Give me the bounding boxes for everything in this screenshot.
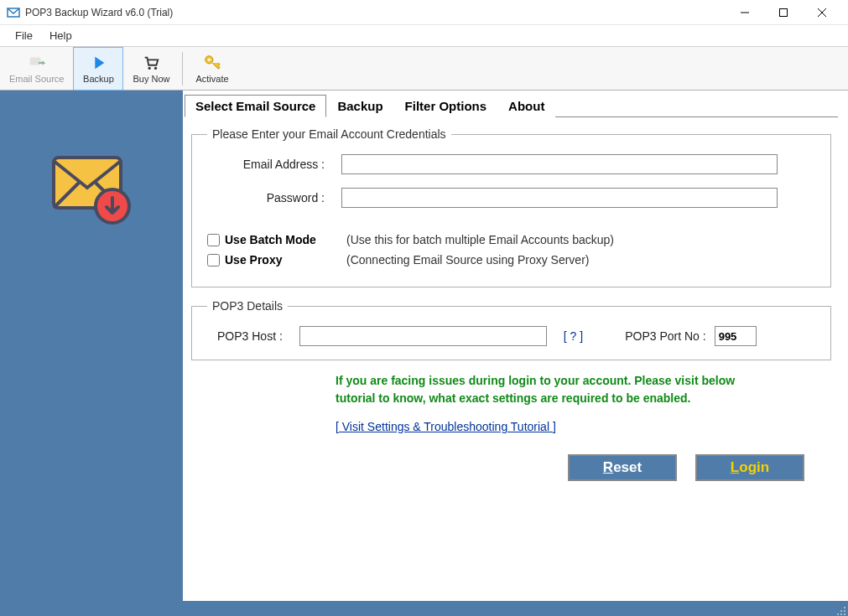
minimize-button[interactable] [726, 0, 764, 25]
svg-point-15 [837, 613, 839, 615]
tool-activate-label: Activate [195, 74, 228, 84]
tool-backup[interactable]: Backup [73, 47, 123, 91]
svg-point-17 [844, 613, 845, 615]
pop3-help-link[interactable]: [ ? ] [564, 329, 583, 343]
tool-activate[interactable]: Activate [186, 47, 237, 91]
pop3-legend: POP3 Details [207, 299, 288, 313]
svg-rect-2 [780, 8, 788, 16]
tab-about[interactable]: About [497, 95, 555, 117]
title-bar: POP3 Backup Wizard v6.0 (Trial) [0, 0, 848, 25]
svg-point-13 [840, 610, 842, 612]
toolbar: Email Source Backup Buy Now Activate [0, 47, 848, 91]
pop3-host-label: POP3 Host : [217, 329, 283, 343]
email-field[interactable] [341, 154, 778, 174]
svg-point-12 [844, 607, 845, 608]
pop3-port-field[interactable] [715, 326, 757, 346]
batch-mode-hint: (Use this for batch multiple Email Accou… [346, 233, 614, 246]
tool-buy-now-label: Buy Now [133, 74, 169, 84]
svg-rect-5 [29, 57, 40, 65]
svg-point-16 [840, 613, 842, 615]
login-tip-text: If you are facing issues during login to… [336, 372, 738, 407]
envelope-download-icon [45, 141, 138, 236]
maximize-button[interactable] [764, 0, 803, 25]
reset-button[interactable]: Reset [568, 454, 677, 481]
tabs: Select Email Source Backup Filter Option… [185, 94, 838, 117]
pop3-port-label: POP3 Port No : [625, 329, 705, 343]
tool-email-source: Email Source [0, 47, 73, 91]
password-label: Password : [207, 191, 341, 204]
credentials-legend: Please Enter your Email Account Credenti… [207, 127, 451, 141]
status-bar [0, 601, 848, 616]
menu-help[interactable]: Help [41, 26, 81, 45]
resize-grip-icon[interactable] [836, 604, 846, 614]
login-button[interactable]: Login [695, 454, 804, 481]
key-icon [203, 54, 221, 72]
main-panel: Select Email Source Backup Filter Option… [183, 91, 848, 601]
pop3-host-field[interactable] [299, 326, 547, 346]
window-title: POP3 Backup Wizard v6.0 (Trial) [25, 7, 726, 18]
tool-backup-label: Backup [83, 74, 114, 84]
tab-select-email-source[interactable]: Select Email Source [185, 95, 326, 117]
action-buttons: Reset Login [185, 454, 804, 481]
svg-point-7 [154, 66, 157, 69]
tool-buy-now[interactable]: Buy Now [123, 47, 179, 91]
tab-filter-options[interactable]: Filter Options [394, 95, 498, 117]
batch-mode-label: Use Batch Mode [225, 233, 346, 246]
backup-icon [89, 54, 107, 72]
tool-email-source-label: Email Source [9, 74, 64, 84]
proxy-hint: (Connecting Email Source using Proxy Ser… [346, 253, 589, 267]
credentials-fieldset: Please Enter your Email Account Credenti… [191, 127, 831, 287]
toolbar-separator [182, 52, 183, 85]
close-button[interactable] [803, 0, 841, 25]
svg-point-6 [148, 66, 151, 69]
menu-file[interactable]: File [7, 26, 41, 45]
window-controls [726, 0, 841, 25]
svg-point-14 [844, 610, 845, 612]
svg-point-9 [208, 58, 211, 60]
menu-bar: File Help [0, 25, 848, 47]
email-label: Email Address : [207, 158, 341, 171]
proxy-label: Use Proxy [225, 253, 346, 267]
pop3-fieldset: POP3 Details POP3 Host : [ ? ] POP3 Port… [191, 299, 831, 360]
app-icon [7, 6, 20, 19]
email-source-icon [28, 54, 46, 72]
batch-mode-checkbox[interactable] [207, 234, 220, 246]
tutorial-link[interactable]: [ Visit Settings & Troubleshooting Tutor… [336, 420, 556, 433]
sidebar [0, 91, 183, 601]
proxy-checkbox[interactable] [207, 254, 220, 267]
cart-icon [142, 54, 160, 72]
password-field[interactable] [341, 188, 778, 208]
tab-backup[interactable]: Backup [326, 95, 393, 117]
